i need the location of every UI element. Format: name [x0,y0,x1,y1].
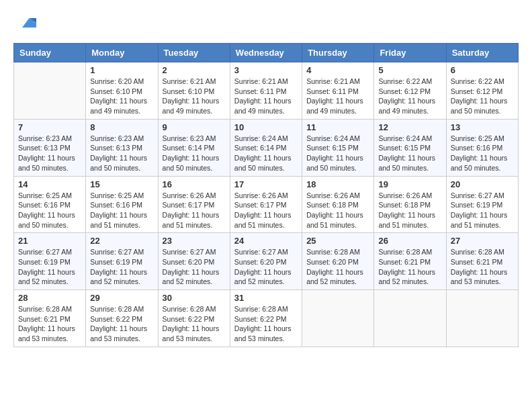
date-number: 22 [90,236,153,246]
cell-info: Sunrise: 6:26 AMSunset: 6:17 PMDaylight:… [163,191,226,230]
sunset-text: Sunset: 6:14 PM [234,144,287,152]
sunset-text: Sunset: 6:17 PM [234,201,287,209]
calendar-cell: 16Sunrise: 6:26 AMSunset: 6:17 PMDayligh… [158,176,230,233]
cell-info: Sunrise: 6:28 AMSunset: 6:22 PMDaylight:… [90,304,153,344]
cell-info: Sunrise: 6:25 AMSunset: 6:16 PMDaylight:… [18,191,81,230]
sunset-text: Sunset: 6:20 PM [306,258,359,266]
calendar-cell: 17Sunrise: 6:26 AMSunset: 6:17 PMDayligh… [230,176,302,233]
sunrise-text: Sunrise: 6:26 AM [306,191,360,199]
calendar-table: SundayMondayTuesdayWednesdayThursdayFrid… [13,43,519,347]
sunrise-text: Sunrise: 6:23 AM [90,134,144,142]
sunset-text: Sunset: 6:10 PM [90,87,142,95]
day-header-sunday: Sunday [14,44,86,62]
cell-info: Sunrise: 6:23 AMSunset: 6:14 PMDaylight:… [163,134,226,173]
sunset-text: Sunset: 6:15 PM [378,144,431,152]
date-number: 17 [234,179,298,189]
calendar-cell: 27Sunrise: 6:28 AMSunset: 6:21 PMDayligh… [446,233,518,290]
sunset-text: Sunset: 6:22 PM [90,315,142,323]
sunset-text: Sunset: 6:16 PM [451,144,503,152]
sunrise-text: Sunrise: 6:26 AM [163,191,216,199]
sunset-text: Sunset: 6:13 PM [18,144,71,152]
date-number: 5 [378,65,441,75]
date-number: 31 [234,293,298,303]
calendar-cell: 4Sunrise: 6:21 AMSunset: 6:11 PMDaylight… [302,62,374,120]
sunrise-text: Sunrise: 6:28 AM [306,248,360,256]
sunrise-text: Sunrise: 6:21 AM [163,77,216,85]
daylight-text: Daylight: 11 hours and 53 minutes. [234,324,292,342]
cell-info: Sunrise: 6:24 AMSunset: 6:15 PMDaylight:… [378,134,441,173]
date-number: 20 [451,179,514,189]
sunrise-text: Sunrise: 6:24 AM [378,134,432,142]
daylight-text: Daylight: 11 hours and 50 minutes. [451,97,508,115]
date-number: 9 [163,122,226,132]
sunset-text: Sunset: 6:16 PM [90,201,142,209]
calendar-cell: 13Sunrise: 6:25 AMSunset: 6:16 PMDayligh… [446,119,518,176]
calendar-cell [374,290,446,347]
sunrise-text: Sunrise: 6:25 AM [451,134,504,142]
cell-info: Sunrise: 6:28 AMSunset: 6:22 PMDaylight:… [234,304,298,344]
calendar-week-2: 7Sunrise: 6:23 AMSunset: 6:13 PMDaylight… [14,119,519,176]
sunset-text: Sunset: 6:20 PM [163,258,215,266]
day-header-saturday: Saturday [446,44,518,62]
cell-info: Sunrise: 6:25 AMSunset: 6:16 PMDaylight:… [90,191,153,230]
day-header-friday: Friday [374,44,446,62]
calendar-cell: 31Sunrise: 6:28 AMSunset: 6:22 PMDayligh… [230,290,302,347]
calendar-cell: 30Sunrise: 6:28 AMSunset: 6:22 PMDayligh… [158,290,230,347]
cell-info: Sunrise: 6:28 AMSunset: 6:21 PMDaylight:… [451,247,514,287]
calendar-cell: 25Sunrise: 6:28 AMSunset: 6:20 PMDayligh… [302,233,374,290]
sunset-text: Sunset: 6:19 PM [451,201,503,209]
calendar-week-1: 1Sunrise: 6:20 AMSunset: 6:10 PMDaylight… [14,62,519,120]
cell-info: Sunrise: 6:27 AMSunset: 6:20 PMDaylight:… [234,247,298,287]
date-number: 16 [163,179,226,189]
sunset-text: Sunset: 6:21 PM [378,258,431,266]
sunset-text: Sunset: 6:11 PM [234,87,287,95]
calendar-body: 1Sunrise: 6:20 AMSunset: 6:10 PMDaylight… [14,62,519,347]
calendar-cell: 23Sunrise: 6:27 AMSunset: 6:20 PMDayligh… [158,233,230,290]
cell-info: Sunrise: 6:22 AMSunset: 6:12 PMDaylight:… [378,77,441,116]
sunrise-text: Sunrise: 6:22 AM [378,77,432,85]
sunrise-text: Sunrise: 6:28 AM [451,248,504,256]
calendar-cell: 6Sunrise: 6:22 AMSunset: 6:12 PMDaylight… [446,62,518,120]
calendar-cell: 29Sunrise: 6:28 AMSunset: 6:22 PMDayligh… [86,290,158,347]
daylight-text: Daylight: 11 hours and 50 minutes. [306,154,363,172]
calendar-cell: 2Sunrise: 6:21 AMSunset: 6:10 PMDaylight… [158,62,230,120]
calendar-cell: 20Sunrise: 6:27 AMSunset: 6:19 PMDayligh… [446,176,518,233]
cell-info: Sunrise: 6:28 AMSunset: 6:21 PMDaylight:… [18,304,81,344]
daylight-text: Daylight: 11 hours and 50 minutes. [451,154,508,172]
daylight-text: Daylight: 11 hours and 52 minutes. [378,268,435,286]
calendar-cell [14,62,86,120]
cell-info: Sunrise: 6:26 AMSunset: 6:18 PMDaylight:… [378,191,441,230]
daylight-text: Daylight: 11 hours and 53 minutes. [163,324,220,342]
day-header-thursday: Thursday [302,44,374,62]
sunrise-text: Sunrise: 6:24 AM [306,134,360,142]
cell-info: Sunrise: 6:27 AMSunset: 6:19 PMDaylight:… [90,247,153,287]
calendar-cell: 10Sunrise: 6:24 AMSunset: 6:14 PMDayligh… [230,119,302,176]
sunset-text: Sunset: 6:21 PM [451,258,503,266]
day-header-tuesday: Tuesday [158,44,230,62]
cell-info: Sunrise: 6:26 AMSunset: 6:17 PMDaylight:… [234,191,298,230]
daylight-text: Daylight: 11 hours and 53 minutes. [18,324,75,342]
sunrise-text: Sunrise: 6:21 AM [234,77,288,85]
sunrise-text: Sunrise: 6:22 AM [451,77,504,85]
sunrise-text: Sunrise: 6:26 AM [378,191,432,199]
date-number: 2 [163,65,226,75]
sunrise-text: Sunrise: 6:28 AM [18,305,72,313]
daylight-text: Daylight: 11 hours and 50 minutes. [18,154,75,172]
date-number: 3 [234,65,298,75]
cell-info: Sunrise: 6:21 AMSunset: 6:11 PMDaylight:… [306,77,369,116]
calendar-cell: 14Sunrise: 6:25 AMSunset: 6:16 PMDayligh… [14,176,86,233]
sunrise-text: Sunrise: 6:28 AM [90,305,144,313]
daylight-text: Daylight: 11 hours and 52 minutes. [163,268,220,286]
calendar-cell: 19Sunrise: 6:26 AMSunset: 6:18 PMDayligh… [374,176,446,233]
daylight-text: Daylight: 11 hours and 51 minutes. [163,211,220,229]
sunrise-text: Sunrise: 6:27 AM [451,191,504,199]
calendar-cell: 7Sunrise: 6:23 AMSunset: 6:13 PMDaylight… [14,119,86,176]
calendar-cell: 11Sunrise: 6:24 AMSunset: 6:15 PMDayligh… [302,119,374,176]
sunrise-text: Sunrise: 6:20 AM [90,77,144,85]
date-number: 8 [90,122,153,132]
daylight-text: Daylight: 11 hours and 49 minutes. [306,97,363,115]
calendar-cell: 5Sunrise: 6:22 AMSunset: 6:12 PMDaylight… [374,62,446,120]
sunset-text: Sunset: 6:20 PM [234,258,287,266]
daylight-text: Daylight: 11 hours and 52 minutes. [90,268,147,286]
calendar-cell: 8Sunrise: 6:23 AMSunset: 6:13 PMDaylight… [86,119,158,176]
